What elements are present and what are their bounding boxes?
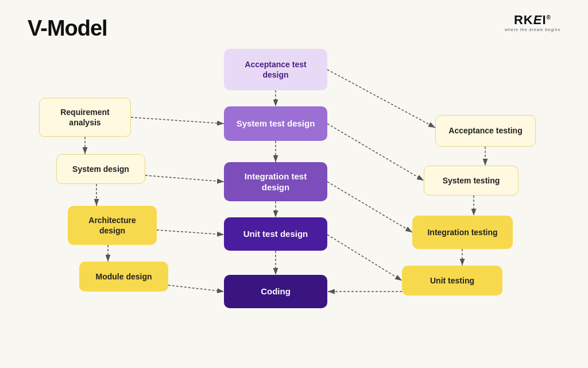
svg-line-16 <box>327 235 402 281</box>
system-design-box: System design <box>56 154 145 184</box>
acceptance-test-design-box: Acceptance test design <box>224 49 327 90</box>
coding-box: Coding <box>224 275 327 308</box>
acceptance-testing-box: Acceptance testing <box>435 115 536 147</box>
integration-test-design-box: Integration test design <box>224 162 327 201</box>
system-test-design-box: System test design <box>224 106 327 141</box>
svg-line-15 <box>327 182 412 232</box>
architecture-design-box: Architecture design <box>68 206 157 245</box>
logo: RKEI® where the dream begins <box>505 13 560 32</box>
svg-line-14 <box>327 124 424 181</box>
unit-testing-box: Unit testing <box>402 266 502 296</box>
svg-line-6 <box>145 175 224 182</box>
unit-test-design-box: Unit test design <box>224 217 327 251</box>
logo-text: RKEI® <box>505 13 560 28</box>
svg-line-8 <box>168 285 224 292</box>
logo-tagline: where the dream begins <box>505 28 560 32</box>
requirement-analysis-box: Requirement analysis <box>39 98 131 137</box>
page-title: V-Model <box>28 16 107 41</box>
svg-line-13 <box>327 70 435 128</box>
svg-line-7 <box>157 230 224 235</box>
module-design-box: Module design <box>79 262 168 292</box>
integration-testing-box: Integration testing <box>412 216 513 249</box>
svg-line-5 <box>131 117 224 124</box>
system-testing-box: System testing <box>424 166 519 195</box>
